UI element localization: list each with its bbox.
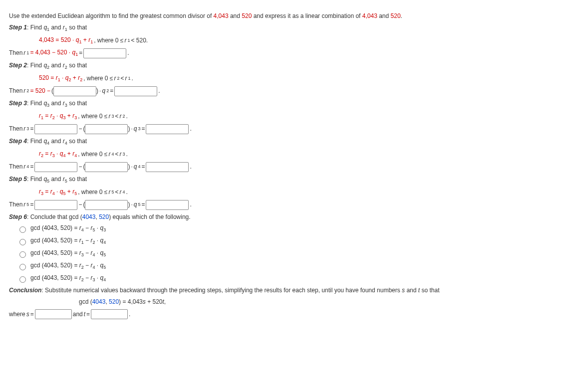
s3-c-input[interactable]	[146, 124, 189, 134]
s5-a-input[interactable]	[34, 200, 77, 210]
step4-then: Then r4 = − · q4 = .	[9, 162, 575, 172]
option-a[interactable]: gcd (4043, 520) = r4 − r5 · q3	[17, 224, 575, 233]
step4-eq: r2 = r3 · q4 + r4, where 0 ≤ r4 < r3.	[39, 150, 575, 159]
option-e[interactable]: gcd (4043, 520) = r2 − r3 · q4	[17, 274, 575, 283]
step2-eq: 520 = r1 · q2 + r2, where 0 ≤ r2 < r1.	[39, 74, 575, 83]
option-b[interactable]: gcd (4043, 520) = r1 − r2 · q4	[17, 236, 575, 246]
s3-a-input[interactable]	[34, 124, 77, 134]
radio-c[interactable]	[19, 251, 26, 258]
conclusion-header: Conclusion: Substitute numerical values …	[9, 286, 575, 295]
intro: Use the extended Euclidean algorithm to …	[9, 12, 575, 20]
step1-then: Then r1 = 4,043 − 520 · q1 = .	[9, 48, 575, 58]
t-input[interactable]	[91, 309, 128, 319]
radio-a[interactable]	[19, 226, 26, 233]
option-c[interactable]: gcd (4043, 520) = r3 − r4 · q5	[17, 249, 575, 258]
radio-d[interactable]	[19, 264, 26, 270]
s-input[interactable]	[35, 309, 72, 319]
step5-eq: r3 = r4 · q5 + r5, where 0 ≤ r5 < r4.	[39, 188, 575, 197]
radio-b[interactable]	[19, 239, 26, 245]
s2-a-input[interactable]	[53, 86, 96, 96]
step3-then: Then r3 = − · q3 = .	[9, 124, 575, 134]
step6-header: Step 6: Conclude that gcd (4043, 520) eq…	[9, 213, 575, 221]
step1-header: Step 1: Find q1 and r1 so that	[9, 23, 575, 33]
s5-b-input[interactable]	[85, 200, 128, 210]
conclusion-eq: gcd (4043, 520) = 4,043s + 520t,	[79, 298, 575, 306]
radio-e[interactable]	[19, 276, 26, 283]
step2-header: Step 2: Find q2 and r2 so that	[9, 61, 575, 71]
s5-c-input[interactable]	[146, 200, 189, 210]
s4-c-input[interactable]	[146, 162, 189, 172]
conclusion-where: where s = and t = .	[9, 309, 575, 319]
step3-eq: r1 = r2 · q3 + r3, where 0 ≤ r3 < r2.	[39, 112, 575, 121]
s3-b-input[interactable]	[85, 124, 128, 134]
step5-then: Then r5 = − · q5 = .	[9, 200, 575, 210]
step1-eq: 4,043 = 520 · q1 + r1, where 0 ≤ r1 < 52…	[39, 36, 575, 45]
s4-b-input[interactable]	[85, 162, 128, 172]
step4-header: Step 4: Find q4 and r4 so that	[9, 137, 575, 147]
s4-a-input[interactable]	[34, 162, 77, 172]
s2-b-input[interactable]	[114, 86, 157, 96]
step3-header: Step 3: Find q3 and r3 so that	[9, 99, 575, 109]
step5-header: Step 5: Find q5 and r5 so that	[9, 175, 575, 185]
r1-input[interactable]	[83, 48, 126, 58]
option-d[interactable]: gcd (4043, 520) = r2 − r4 · q5	[17, 261, 575, 271]
step2-then: Then r2 = 520 − · q2 = .	[9, 86, 575, 96]
